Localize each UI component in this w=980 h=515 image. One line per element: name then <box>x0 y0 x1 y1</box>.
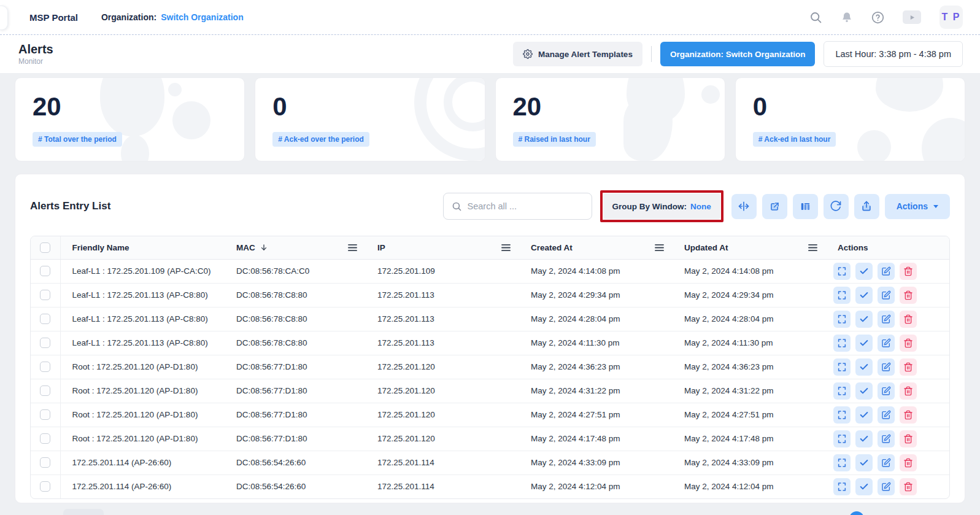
pagination-active-dot[interactable] <box>849 511 864 515</box>
acknowledge-check-icon[interactable] <box>855 263 873 280</box>
acknowledge-check-icon[interactable] <box>855 430 873 447</box>
column-header-mac[interactable]: MAC <box>225 236 366 259</box>
edit-icon[interactable] <box>878 478 895 495</box>
expand-icon[interactable] <box>833 335 851 352</box>
acknowledge-check-icon[interactable] <box>855 358 873 376</box>
expand-icon[interactable] <box>833 287 851 304</box>
edit-icon[interactable] <box>878 406 895 424</box>
row-checkbox[interactable] <box>40 409 50 420</box>
expand-icon[interactable] <box>833 358 851 376</box>
row-checkbox[interactable] <box>40 290 50 300</box>
time-range-button[interactable]: Last Hour: 3:38 pm - 4:38 pm <box>824 41 963 67</box>
edit-icon[interactable] <box>878 382 895 400</box>
expand-icon[interactable] <box>833 382 851 400</box>
row-checkbox[interactable] <box>40 314 50 324</box>
export-icon[interactable] <box>854 194 879 219</box>
page-header-actions: Manage Alert Templates Organization: Swi… <box>513 41 963 67</box>
column-header-friendly-name[interactable]: Friendly Name <box>60 236 225 259</box>
acknowledge-check-icon[interactable] <box>855 478 873 495</box>
acknowledge-check-icon[interactable] <box>855 382 873 400</box>
columns-icon[interactable] <box>793 194 818 219</box>
brand-title: MSP Portal <box>29 12 78 23</box>
cell-mac: DC:08:56:54:26:60 <box>225 451 366 474</box>
switch-organization-link[interactable]: Switch Organization <box>161 12 244 22</box>
column-header-updated-at[interactable]: Updated At <box>673 236 826 259</box>
edit-icon[interactable] <box>878 263 895 280</box>
sidebar-handle[interactable] <box>0 6 8 30</box>
avatar[interactable]: T P <box>939 6 963 29</box>
row-checkbox[interactable] <box>40 362 50 372</box>
select-all-checkbox[interactable] <box>40 242 50 253</box>
help-icon[interactable] <box>871 11 884 24</box>
alerts-table: Friendly Name MAC IP <box>30 236 950 499</box>
row-checkbox[interactable] <box>40 385 50 396</box>
manage-alert-templates-button[interactable]: Manage Alert Templates <box>513 42 642 66</box>
edit-icon[interactable] <box>878 287 895 304</box>
row-actions <box>833 263 941 280</box>
edit-icon[interactable] <box>878 335 895 352</box>
delete-icon[interactable] <box>900 358 917 376</box>
row-checkbox[interactable] <box>40 457 50 468</box>
open-external-icon[interactable] <box>762 194 787 219</box>
delete-icon[interactable] <box>900 430 917 447</box>
table-row: Root : 172.25.201.120 (AP-D1:80) DC:08:5… <box>31 379 949 403</box>
row-actions <box>833 454 941 471</box>
expand-icon[interactable] <box>833 430 851 447</box>
search-icon[interactable] <box>809 11 822 24</box>
column-menu-icon[interactable] <box>655 244 664 252</box>
organization-filter-button[interactable]: Organization: Switch Organization <box>660 42 816 66</box>
card-decoration <box>121 135 149 161</box>
delete-icon[interactable] <box>900 454 917 471</box>
acknowledge-check-icon[interactable] <box>855 335 873 352</box>
group-by-window-button[interactable]: Group By Window: None <box>603 193 720 219</box>
acknowledge-check-icon[interactable] <box>855 311 873 328</box>
delete-icon[interactable] <box>900 335 917 352</box>
cell-friendly-name: Root : 172.25.201.120 (AP-D1:80) <box>60 403 225 427</box>
acknowledge-check-icon[interactable] <box>855 454 873 471</box>
cell-mac: DC:08:56:77:D1:80 <box>225 355 366 379</box>
column-header-created-at[interactable]: Created At <box>519 236 673 259</box>
row-actions <box>833 430 941 447</box>
stat-card-acked-hour: 0 # Ack-ed in last hour <box>735 77 965 161</box>
column-fit-icon[interactable] <box>731 194 757 219</box>
edit-icon[interactable] <box>878 454 895 471</box>
delete-icon[interactable] <box>900 406 917 424</box>
sort-desc-icon[interactable] <box>260 243 268 252</box>
expand-icon[interactable] <box>833 263 851 280</box>
cell-created-at: May 2, 2024 4:28:04 pm <box>519 307 673 331</box>
cell-updated-at: May 2, 2024 4:31:22 pm <box>673 379 826 403</box>
edit-icon[interactable] <box>878 358 895 376</box>
acknowledge-check-icon[interactable] <box>855 406 873 424</box>
cell-ip: 172.25.201.113 <box>366 331 519 355</box>
row-checkbox[interactable] <box>40 433 50 444</box>
video-tutorial-icon[interactable] <box>903 10 921 24</box>
horizontal-scrollbar-thumb[interactable] <box>63 509 104 515</box>
stats-row: 20 # Total over the period 0 # Ack-ed ov… <box>0 73 980 161</box>
delete-icon[interactable] <box>900 263 917 280</box>
delete-icon[interactable] <box>900 311 917 328</box>
refresh-icon[interactable] <box>824 194 849 219</box>
search-input[interactable] <box>468 201 584 211</box>
expand-icon[interactable] <box>833 454 851 471</box>
column-menu-icon[interactable] <box>808 244 817 252</box>
org-label: Organization: <box>101 12 156 22</box>
delete-icon[interactable] <box>900 287 917 304</box>
delete-icon[interactable] <box>900 382 917 400</box>
column-menu-icon[interactable] <box>501 244 511 252</box>
actions-dropdown-button[interactable]: Actions <box>885 194 950 219</box>
gear-icon <box>523 49 533 59</box>
row-checkbox[interactable] <box>40 266 50 276</box>
row-checkbox[interactable] <box>40 481 50 492</box>
edit-icon[interactable] <box>878 430 895 447</box>
acknowledge-check-icon[interactable] <box>855 287 873 304</box>
cell-mac: DC:08:56:78:C8:80 <box>225 331 366 355</box>
row-checkbox[interactable] <box>40 338 50 348</box>
delete-icon[interactable] <box>900 478 917 495</box>
edit-icon[interactable] <box>878 311 895 328</box>
column-header-ip[interactable]: IP <box>366 236 519 259</box>
expand-icon[interactable] <box>833 478 851 495</box>
column-menu-icon[interactable] <box>348 244 357 252</box>
expand-icon[interactable] <box>833 311 851 328</box>
bell-icon[interactable] <box>841 11 853 23</box>
expand-icon[interactable] <box>833 406 851 424</box>
